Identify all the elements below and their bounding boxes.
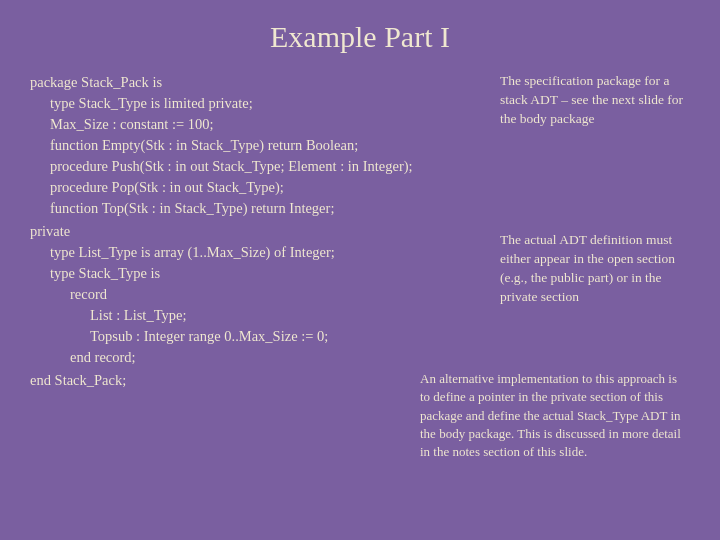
note-middle-right: The actual ADT definition must either ap… — [490, 231, 690, 307]
code-bottom: end Stack_Pack; — [30, 370, 410, 391]
slide-title: Example Part I — [30, 20, 690, 54]
code-listtype: type List_Type is array (1..Max_Size) of… — [30, 242, 490, 263]
code-line-5: procedure Push(Stk : in out Stack_Type; … — [30, 156, 490, 177]
note-bottom-right: An alternative implementation to this ap… — [410, 370, 690, 461]
top-row: package Stack_Pack is type Stack_Type is… — [30, 72, 690, 219]
code-end-record: end record; — [30, 347, 490, 368]
code-private: private — [30, 221, 490, 242]
code-end-stack: end Stack_Pack; — [30, 370, 410, 391]
code-line-7: function Top(Stk : in Stack_Type) return… — [30, 198, 490, 219]
code-line-4: function Empty(Stk : in Stack_Type) retu… — [30, 135, 490, 156]
code-topsub: Topsub : Integer range 0..Max_Size := 0; — [30, 326, 490, 347]
code-record: record — [30, 284, 490, 305]
note-top-right: The specification package for a stack AD… — [490, 72, 690, 129]
code-middle: private type List_Type is array (1..Max_… — [30, 221, 490, 368]
bottom-section: end Stack_Pack; An alternative implement… — [30, 370, 690, 461]
code-list: List : List_Type; — [30, 305, 490, 326]
code-left: package Stack_Pack is type Stack_Type is… — [30, 72, 490, 219]
middle-section: private type List_Type is array (1..Max_… — [30, 221, 690, 368]
slide: Example Part I package Stack_Pack is typ… — [0, 0, 720, 540]
main-content: package Stack_Pack is type Stack_Type is… — [30, 72, 690, 461]
code-line-6: procedure Pop(Stk : in out Stack_Type); — [30, 177, 490, 198]
code-line-3: Max_Size : constant := 100; — [30, 114, 490, 135]
code-line-2: type Stack_Type is limited private; — [30, 93, 490, 114]
code-line-1: package Stack_Pack is — [30, 72, 490, 93]
code-stacktype: type Stack_Type is — [30, 263, 490, 284]
